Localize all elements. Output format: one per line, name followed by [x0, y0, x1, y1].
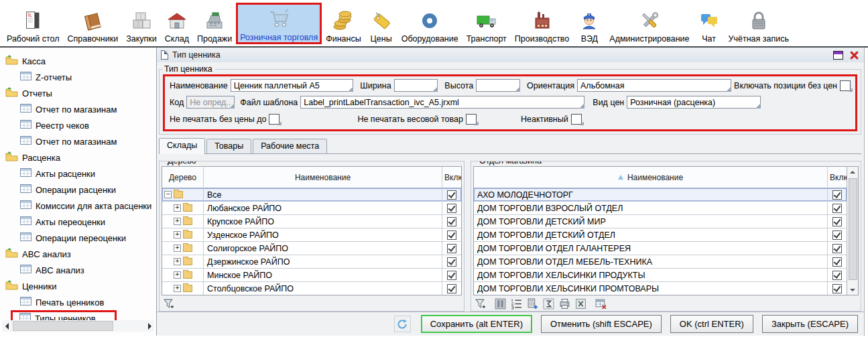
row-checkbox[interactable] — [447, 244, 456, 253]
table-row[interactable]: Дзержинское РАЙПО — [162, 255, 461, 269]
toolbar-item-chat[interactable]: Чат — [694, 5, 725, 44]
column-header-name[interactable]: Наименование — [204, 167, 442, 188]
filter-add-icon[interactable] — [163, 298, 174, 310]
toolbar-item-finance[interactable]: Финансы — [322, 5, 365, 44]
row-checkbox[interactable] — [447, 257, 456, 267]
table-row[interactable]: ДОМ ТОРГОВЛИ ДЕТСКИЙ МИР — [474, 215, 847, 228]
expander-plus-icon[interactable] — [174, 245, 181, 252]
toolbar-item-production[interactable]: Производство — [511, 5, 574, 44]
table-row[interactable]: Любанское РАЙПО — [162, 202, 461, 215]
column-header-included[interactable]: Включ — [442, 167, 461, 188]
row-checkbox[interactable] — [832, 230, 842, 240]
cancel-button[interactable]: Отменить (shift ESCAPE) — [541, 315, 662, 333]
vertical-scrollbar[interactable] — [847, 167, 858, 295]
row-checkbox[interactable] — [447, 204, 456, 213]
maximize-icon[interactable] — [833, 51, 843, 60]
scroll-down-arrow-icon[interactable] — [847, 285, 858, 295]
sidebar-item-shop-report-1[interactable]: Отчет по магазинам — [0, 101, 156, 117]
toolbar-item-references[interactable]: Справочники — [63, 5, 122, 44]
filter-add-icon[interactable] — [475, 298, 486, 310]
sidebar-item-pricing-operations[interactable]: Операции расценки — [0, 182, 156, 198]
table-row[interactable]: ДОМ ТОРГОВЛИ ОТДЕЛ ГАЛАНТЕРЕЯ — [474, 242, 847, 255]
close-icon[interactable] — [850, 51, 859, 60]
include-no-price-checkbox[interactable] — [840, 80, 851, 91]
sidebar-item-revaluation-acts[interactable]: Акты переоценки — [0, 214, 156, 230]
column-view-icon[interactable] — [495, 298, 506, 310]
scrollbar-thumb[interactable] — [849, 178, 857, 280]
toolbar-item-transport[interactable]: Транспорт — [462, 5, 511, 44]
scroll-up-arrow-icon[interactable] — [847, 167, 858, 177]
row-checkbox[interactable] — [832, 190, 842, 200]
table-row[interactable]: ДОМ ТОРГОВЛИ ВЗРОСЛЫЙ ОТДЕЛ — [474, 202, 847, 215]
row-checkbox[interactable] — [832, 257, 842, 267]
toolbar-item-foreign-trade[interactable]: ВЭД — [573, 5, 605, 44]
template-file-input[interactable] — [300, 96, 584, 109]
scrollbar-thumb[interactable] — [13, 321, 113, 331]
row-checkbox[interactable] — [447, 190, 456, 200]
row-checkbox[interactable] — [832, 217, 842, 226]
inactive-checkbox[interactable] — [571, 114, 582, 125]
tab-workplaces[interactable]: Рабочие места — [253, 139, 327, 153]
toolbar-item-account[interactable]: Учётная запись — [725, 5, 793, 44]
expander-plus-icon[interactable] — [174, 204, 181, 212]
grid-delete-icon[interactable] — [595, 298, 607, 310]
expander-plus-icon[interactable] — [174, 258, 181, 265]
row-checkbox[interactable] — [447, 271, 456, 280]
numbered-list-icon[interactable] — [511, 298, 522, 310]
width-input[interactable] — [394, 79, 438, 92]
excel-export-icon[interactable] — [575, 298, 586, 310]
toolbar-item-warehouse[interactable]: Склад — [161, 5, 193, 44]
toolbar-item-prices[interactable]: Цены — [365, 5, 397, 44]
row-checkbox[interactable] — [447, 284, 456, 293]
height-input[interactable] — [476, 79, 520, 92]
table-row[interactable]: ДОМ ТОРГОВЛИ ОТДЕЛ МЕБЕЛЬ-ТЕХНИКА — [474, 255, 847, 269]
expander-plus-icon[interactable] — [174, 271, 181, 279]
expander-minus-icon[interactable] — [164, 191, 172, 198]
tab-goods[interactable]: Товары — [206, 139, 251, 153]
calculator-add-icon[interactable] — [527, 298, 538, 310]
toolbar-item-administration[interactable]: Администрирование — [605, 5, 693, 44]
sidebar-item-shop-report-2[interactable]: Отчет по магазинам — [0, 133, 156, 149]
table-row[interactable]: Узденское РАЙПО — [162, 228, 461, 242]
no-print-below-checkbox[interactable] — [269, 114, 280, 125]
table-row[interactable]: ДОМ ТОРГОВЛИ ДЕТСКИЙ ОТДЕЛ — [474, 228, 847, 242]
expander-plus-icon[interactable] — [174, 231, 181, 239]
sidebar-folder-pricing[interactable]: Расценка — [0, 149, 156, 165]
sidebar-item-abc-analysis[interactable]: ABC анализ — [0, 262, 156, 278]
table-row[interactable]: Солигорское РАЙПО — [162, 242, 461, 255]
no-print-weight-checkbox[interactable] — [466, 114, 477, 125]
toolbar-item-purchases[interactable]: Закупки — [122, 5, 161, 44]
tab-warehouses[interactable]: Склады — [159, 138, 205, 154]
row-checkbox[interactable] — [832, 271, 842, 280]
close-button[interactable]: Закрыть (ESCAPE) — [762, 315, 858, 333]
sidebar-item-revaluation-operations[interactable]: Операции переоценки — [0, 230, 156, 246]
sidebar-item-pricing-acts[interactable]: Акты расценки — [0, 165, 156, 182]
expander-plus-icon[interactable] — [174, 218, 181, 225]
row-checkbox[interactable] — [447, 217, 456, 226]
sidebar-folder-reports[interactable]: Отчеты — [0, 85, 156, 101]
row-checkbox[interactable] — [447, 230, 456, 240]
sum-sigma-icon[interactable] — [543, 298, 554, 310]
table-row[interactable]: Все — [162, 188, 461, 202]
scroll-left-arrow-icon[interactable] — [2, 320, 11, 332]
price-kind-input[interactable] — [627, 96, 761, 109]
expander-plus-icon[interactable] — [174, 285, 181, 292]
table-row[interactable]: ДОМ ТОРГОВЛИ ХЕЛЬСИНКИ ПРОДУКТЫ — [474, 269, 847, 282]
sidebar-item-pricing-commissions[interactable]: Комиссии для акта расценки — [0, 198, 156, 214]
scroll-right-arrow-icon[interactable] — [145, 320, 154, 332]
table-row[interactable]: АХО МОЛОДЕЧНОТОРГ — [474, 188, 847, 202]
sidebar-folder-abc[interactable]: ABC анализ — [0, 246, 156, 262]
column-header-tree[interactable]: Дерево — [162, 167, 204, 188]
row-checkbox[interactable] — [832, 204, 842, 213]
orientation-input[interactable] — [577, 79, 731, 92]
row-checkbox[interactable] — [832, 284, 842, 293]
refresh-button[interactable] — [394, 316, 411, 332]
table-row[interactable]: Минское РАЙПО — [162, 269, 461, 282]
sidebar-folder-price-tags[interactable]: Ценники — [0, 278, 156, 294]
toolbar-item-sales[interactable]: Продажи — [193, 5, 236, 44]
table-row[interactable]: Крупское РАЙПО — [162, 215, 461, 228]
column-header-included[interactable]: Включ — [828, 167, 847, 188]
table-row[interactable]: Столбцовское РАЙПО — [162, 282, 461, 295]
ok-button[interactable]: OK (ctrl ENTER) — [670, 315, 753, 333]
sidebar-horizontal-scrollbar[interactable] — [2, 320, 154, 332]
